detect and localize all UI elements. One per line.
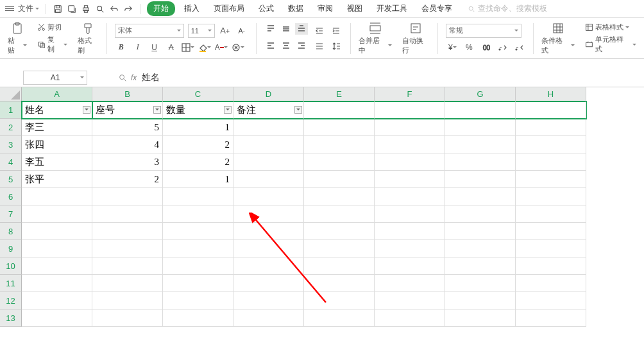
row-header[interactable]: 8	[0, 223, 22, 240]
tab-review[interactable]: 审阅	[312, 1, 338, 17]
cell[interactable]	[375, 171, 445, 188]
cell[interactable]	[445, 188, 516, 205]
filter-dropdown-icon[interactable]	[153, 106, 161, 114]
cell[interactable]	[445, 205, 516, 223]
cell[interactable]: 1	[163, 119, 233, 136]
cell[interactable]	[304, 223, 375, 240]
cell[interactable]	[163, 309, 233, 327]
row-header[interactable]: 5	[0, 171, 22, 188]
cell[interactable]	[375, 101, 445, 119]
col-header-A[interactable]: A	[22, 87, 92, 101]
cell[interactable]	[233, 309, 304, 327]
cell[interactable]: 李三	[22, 119, 92, 136]
merge-center-button[interactable]: 合并居中	[359, 22, 392, 55]
bold-button[interactable]: B	[115, 42, 128, 53]
paste-button[interactable]: 粘贴	[8, 22, 27, 55]
cell[interactable]	[375, 257, 445, 275]
cell[interactable]	[375, 309, 445, 327]
underline-button[interactable]: U	[148, 42, 161, 53]
cell[interactable]	[92, 309, 163, 327]
cond-format-button[interactable]: 条件格式	[541, 22, 575, 55]
cell[interactable]: 备注	[233, 101, 304, 119]
align-bottom[interactable]	[295, 23, 308, 35]
number-format-select[interactable]: 常规	[446, 24, 521, 38]
cell[interactable]	[445, 136, 516, 153]
cut-button[interactable]: 剪切	[37, 22, 62, 32]
tab-vip[interactable]: 会员专享	[416, 1, 457, 17]
cell[interactable]	[233, 292, 304, 309]
cell[interactable]	[516, 309, 586, 327]
cell[interactable]	[92, 257, 163, 275]
decrease-decimal[interactable]	[513, 42, 525, 53]
cell-style-button[interactable]: 单元格样式	[585, 35, 636, 54]
increase-decimal[interactable]	[496, 42, 509, 53]
search-icon[interactable]	[118, 73, 127, 82]
cell[interactable]	[375, 240, 445, 257]
row-header[interactable]: 13	[0, 309, 22, 327]
strike-button[interactable]: A	[165, 42, 178, 53]
col-header-B[interactable]: B	[92, 87, 163, 101]
percent-button[interactable]: %	[462, 42, 475, 53]
cell[interactable]	[375, 153, 445, 171]
cell[interactable]	[163, 240, 233, 257]
cell[interactable]	[516, 136, 586, 153]
cell[interactable]	[445, 119, 516, 136]
indent-decrease[interactable]	[313, 25, 326, 37]
cell[interactable]	[445, 101, 516, 119]
cell[interactable]	[375, 119, 445, 136]
cell[interactable]	[22, 309, 92, 327]
cell[interactable]	[375, 223, 445, 240]
cell[interactable]	[92, 240, 163, 257]
orientation[interactable]	[313, 40, 326, 52]
cell[interactable]	[233, 119, 304, 136]
cell[interactable]	[233, 223, 304, 240]
cell[interactable]	[233, 153, 304, 171]
search-box[interactable]: 查找命令、搜索模板	[468, 3, 547, 14]
cell[interactable]	[163, 257, 233, 275]
cell[interactable]	[92, 223, 163, 240]
comma-button[interactable]: 000	[479, 42, 492, 53]
font-name-select[interactable]: 宋体	[115, 24, 184, 38]
cell[interactable]	[445, 275, 516, 292]
cell[interactable]	[304, 257, 375, 275]
italic-button[interactable]: I	[131, 42, 144, 53]
save-icon[interactable]	[53, 4, 63, 14]
row-header[interactable]: 10	[0, 257, 22, 275]
cell[interactable]	[233, 171, 304, 188]
cell[interactable]	[375, 292, 445, 309]
formula-input[interactable]: 姓名	[137, 72, 644, 83]
align-center[interactable]	[280, 40, 292, 51]
fill-color-button[interactable]	[198, 42, 211, 53]
cell[interactable]	[22, 292, 92, 309]
align-left[interactable]	[264, 40, 277, 51]
cell[interactable]	[375, 136, 445, 153]
cell[interactable]	[163, 275, 233, 292]
cell[interactable]: 李五	[22, 153, 92, 171]
cell[interactable]	[445, 240, 516, 257]
align-middle[interactable]	[280, 23, 292, 35]
tab-insert[interactable]: 插入	[179, 1, 205, 17]
cell[interactable]	[375, 188, 445, 205]
cell[interactable]	[304, 292, 375, 309]
cell[interactable]	[163, 188, 233, 205]
cell[interactable]	[304, 309, 375, 327]
row-header[interactable]: 3	[0, 136, 22, 153]
cell[interactable]: 姓名	[22, 101, 92, 119]
cell[interactable]	[304, 136, 375, 153]
cell[interactable]	[304, 188, 375, 205]
cell[interactable]	[445, 292, 516, 309]
border-button[interactable]	[182, 42, 194, 53]
cell[interactable]	[516, 257, 586, 275]
wrap-text-button[interactable]: 自动换行	[402, 22, 430, 55]
cell[interactable]	[516, 119, 586, 136]
cell[interactable]	[516, 188, 586, 205]
cell[interactable]: 数量	[163, 101, 233, 119]
filter-dropdown-icon[interactable]	[294, 106, 302, 114]
cell[interactable]	[92, 292, 163, 309]
tab-layout[interactable]: 页面布局	[208, 1, 250, 17]
cell[interactable]	[304, 240, 375, 257]
cell[interactable]	[163, 223, 233, 240]
font-size-select[interactable]: 11	[188, 24, 215, 38]
align-right[interactable]	[295, 40, 308, 51]
fx-label[interactable]: fx	[131, 73, 137, 82]
